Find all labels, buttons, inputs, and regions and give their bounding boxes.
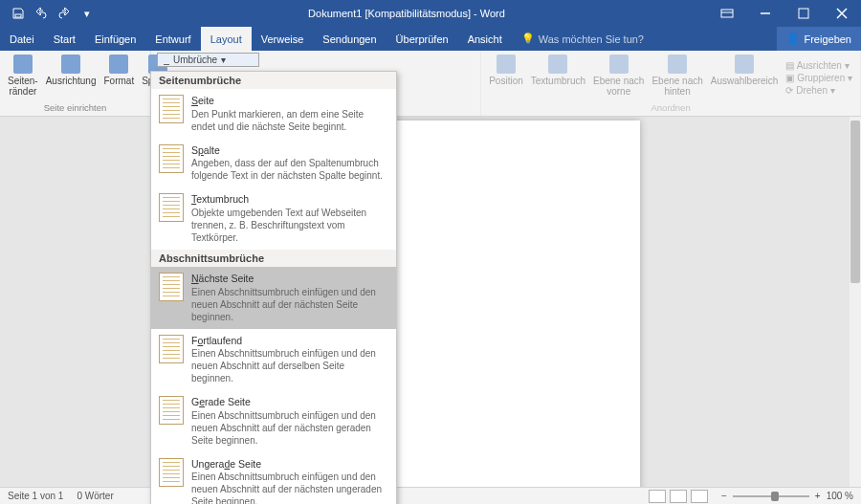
lightbulb-icon: 💡 <box>521 33 535 45</box>
break-continuous-text: FortlaufendEinen Abschnittsumbruch einfü… <box>191 335 388 385</box>
view-web-icon[interactable] <box>691 490 708 503</box>
continuous-icon <box>159 335 184 363</box>
break-page[interactable]: SeiteDen Punkt markieren, an dem eine Se… <box>151 89 396 139</box>
break-odd-page[interactable]: Ungerade SeiteEinen Abschnittsumbruch ei… <box>151 452 396 504</box>
ribbon-tabs: Datei Start Einfügen Entwurf Layout Verw… <box>0 27 861 51</box>
svg-rect-0 <box>15 14 21 17</box>
size-label: Format <box>104 76 135 86</box>
save-icon[interactable] <box>8 3 29 24</box>
tab-start[interactable]: Start <box>44 27 85 51</box>
column-break-icon <box>159 144 184 173</box>
bringfwd-button: Ebene nach vorne <box>589 53 648 102</box>
align-button: ▤ Ausrichten ▾ <box>785 60 852 71</box>
orientation-icon <box>61 55 80 74</box>
ribbon: Seiten- ränder Ausrichtung Format Spalte… <box>0 51 861 117</box>
break-next-page-text: Nächste SeiteEinen Abschnittsumbruch ein… <box>191 273 388 323</box>
tell-me-search[interactable]: 💡 Was möchten Sie tun? <box>512 27 653 51</box>
selectionpane-button[interactable]: Auswahlbereich <box>707 53 783 102</box>
bringfwd-icon <box>609 55 629 74</box>
position-icon <box>497 55 516 74</box>
document-area[interactable] <box>0 117 850 487</box>
orientation-label: Ausrichtung <box>46 76 97 86</box>
next-page-icon <box>159 273 184 301</box>
break-even-page-text: Gerade SeiteEinen Abschnittsumbruch einf… <box>191 396 388 447</box>
chevron-down-icon: ▾ <box>221 55 226 65</box>
margins-icon <box>13 55 33 74</box>
scrollbar-thumb[interactable] <box>850 121 860 283</box>
breaks-icon: ⎯ <box>164 55 169 65</box>
selectionpane-icon <box>735 55 754 74</box>
zoom-slider[interactable] <box>733 495 809 497</box>
tab-sendungen[interactable]: Sendungen <box>313 27 386 51</box>
status-bar: Seite 1 von 1 0 Wörter − + 100 % <box>0 487 861 504</box>
even-page-icon <box>159 396 184 425</box>
margins-button[interactable]: Seiten- ränder <box>4 53 42 102</box>
breaks-dropdown: Seitenumbrüche SeiteDen Punkt markieren,… <box>150 71 397 504</box>
qat-customize-icon[interactable]: ▾ <box>77 3 98 24</box>
zoom-out-icon[interactable]: − <box>721 491 727 501</box>
tab-ueberpruefen[interactable]: Überprüfen <box>386 27 458 51</box>
breaks-button[interactable]: ⎯ Umbrüche ▾ <box>157 53 259 67</box>
textwrap-icon <box>548 55 567 74</box>
break-even-page[interactable]: Gerade SeiteEinen Abschnittsumbruch einf… <box>151 390 396 452</box>
tell-me-placeholder: Was möchten Sie tun? <box>539 33 644 45</box>
view-print-icon[interactable] <box>670 490 687 503</box>
view-read-icon[interactable] <box>649 490 666 503</box>
window-title: Dokument1 [Kompatibilitätsmodus] - Word <box>105 8 708 19</box>
textwrap-button: Textumbruch <box>527 53 589 102</box>
title-bar: ▾ Dokument1 [Kompatibilitätsmodus] - Wor… <box>0 0 861 27</box>
break-textwrap-text: TextumbruchObjekte umgebenden Text auf W… <box>191 193 388 244</box>
ribbon-options-icon[interactable] <box>708 0 746 27</box>
svg-rect-2 <box>799 9 808 18</box>
tab-entwurf[interactable]: Entwurf <box>145 27 200 51</box>
tab-datei[interactable]: Datei <box>0 27 44 51</box>
dropdown-section-sectionbreaks: Abschnittsumbrüche <box>151 250 396 267</box>
position-label: Position <box>489 76 523 86</box>
svg-rect-1 <box>721 10 733 17</box>
share-label: Freigeben <box>804 33 851 45</box>
tab-layout[interactable]: Layout <box>201 27 252 51</box>
break-page-text: SeiteDen Punkt markieren, an dem eine Se… <box>191 95 388 133</box>
status-words[interactable]: 0 Wörter <box>77 491 113 501</box>
break-odd-page-text: Ungerade SeiteEinen Abschnittsumbruch ei… <box>191 458 388 504</box>
break-column[interactable]: SpalteAngeben, dass der auf den Spaltenu… <box>151 139 396 188</box>
size-icon <box>109 55 128 74</box>
minimize-icon[interactable] <box>746 0 784 27</box>
breaks-label: Umbrüche <box>173 55 217 65</box>
textwrap-break-icon <box>159 193 184 222</box>
group-button: ▣ Gruppieren ▾ <box>785 73 852 83</box>
zoom-level[interactable]: 100 % <box>827 491 853 501</box>
size-button[interactable]: Format <box>100 53 139 102</box>
maximize-icon[interactable] <box>784 0 823 27</box>
page-break-icon <box>159 95 184 123</box>
sendback-icon <box>668 55 687 74</box>
break-continuous[interactable]: FortlaufendEinen Abschnittsumbruch einfü… <box>151 329 396 391</box>
dropdown-section-pagebreaks: Seitenumbrüche <box>151 72 396 89</box>
rotate-button: ⟳ Drehen ▾ <box>785 85 852 96</box>
tab-einfuegen[interactable]: Einfügen <box>85 27 145 51</box>
redo-icon[interactable] <box>54 3 75 24</box>
status-page[interactable]: Seite 1 von 1 <box>8 491 63 501</box>
zoom-in-icon[interactable]: + <box>815 491 821 501</box>
person-icon: 👤 <box>786 33 800 45</box>
orientation-button[interactable]: Ausrichtung <box>42 53 100 102</box>
undo-icon[interactable] <box>31 3 52 24</box>
margins-label: Seiten- ränder <box>8 76 38 97</box>
group-arrange-label: Anordnen <box>485 102 856 114</box>
close-icon[interactable] <box>823 0 861 27</box>
break-next-page[interactable]: Nächste SeiteEinen Abschnittsumbruch ein… <box>151 267 396 329</box>
vertical-scrollbar[interactable] <box>850 117 861 487</box>
break-textwrap[interactable]: TextumbruchObjekte umgebenden Text auf W… <box>151 187 396 250</box>
share-button[interactable]: 👤 Freigeben <box>777 27 861 51</box>
group-pagesetup-label: Seite einrichten <box>4 102 146 114</box>
selectionpane-label: Auswahlbereich <box>711 76 779 86</box>
sendback-label: Ebene nach hinten <box>651 76 702 97</box>
tab-ansicht[interactable]: Ansicht <box>458 27 512 51</box>
break-column-text: SpalteAngeben, dass der auf den Spaltenu… <box>191 144 388 183</box>
textwrap-label: Textumbruch <box>531 76 585 86</box>
position-button: Position <box>485 53 527 102</box>
odd-page-icon <box>159 458 184 487</box>
tab-verweise[interactable]: Verweise <box>252 27 314 51</box>
sendback-button: Ebene nach hinten <box>648 53 706 102</box>
bringfwd-label: Ebene nach vorne <box>593 76 644 97</box>
